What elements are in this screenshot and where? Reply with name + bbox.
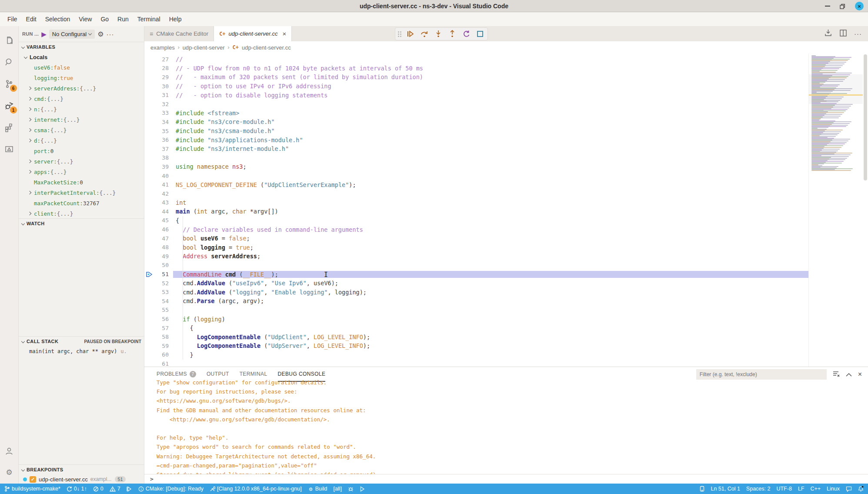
gutter[interactable]: 36 <box>144 137 173 143</box>
gutter[interactable]: 58 <box>144 334 173 340</box>
menu-run[interactable]: Run <box>114 14 133 24</box>
gutter[interactable]: 40 <box>144 173 173 179</box>
gutter[interactable]: 45 <box>144 217 173 224</box>
gutter[interactable]: 52 <box>144 280 173 287</box>
code-line[interactable]: 46 // Declare variables used in command-… <box>144 225 808 234</box>
code-line[interactable]: 43int <box>144 198 808 207</box>
statusbar-cursor-position[interactable]: Ln 51, Col 1 <box>711 486 740 492</box>
code-line[interactable]: 30// - option to use IPv4 or IPv6 addres… <box>144 82 808 91</box>
gutter[interactable]: 27 <box>144 56 173 63</box>
breakpoints-header[interactable]: BREAKPOINTS <box>19 465 144 474</box>
variable-row[interactable]: maxPacketCount: 32767 <box>19 198 144 208</box>
activity-search[interactable] <box>0 51 19 73</box>
start-debugging-icon[interactable]: ▶ <box>41 31 47 37</box>
gutter[interactable]: 30 <box>144 83 173 90</box>
statusbar-debug-target-button[interactable] <box>348 486 354 492</box>
gutter[interactable]: 48 <box>144 244 173 250</box>
statusbar-sync-changes[interactable]: 0↓ 1↑ <box>67 486 87 492</box>
code-line[interactable]: 51 CommandLine cmd (__FILE__); <box>144 270 808 279</box>
code-line[interactable]: 55 <box>144 306 808 315</box>
code-line[interactable]: 60 } <box>144 350 808 360</box>
statusbar-build-button[interactable]: ⚙Build <box>308 486 327 492</box>
menu-go[interactable]: Go <box>97 14 113 24</box>
breadcrumb-folder[interactable]: udp-client-server <box>183 44 225 51</box>
code-line[interactable]: 29// - maximum of 320 packets sent (or l… <box>144 73 808 82</box>
statusbar-indentation[interactable]: Spaces: 2 <box>746 486 771 492</box>
minimize-icon[interactable] <box>825 6 830 7</box>
gutter[interactable]: 32 <box>144 101 173 107</box>
stack-frame[interactable]: main(int argc, char ** argv) u. <box>19 346 144 357</box>
gutter[interactable]: 42 <box>144 190 173 197</box>
gutter[interactable]: 31 <box>144 92 173 98</box>
activity-source-control[interactable]: 6 <box>0 73 19 95</box>
code-line[interactable]: 36#include "ns3/applications-module.h" <box>144 135 808 144</box>
statusbar-encoding[interactable]: UTF-8 <box>776 486 791 492</box>
minimap[interactable] <box>808 53 863 367</box>
statusbar-language-mode[interactable]: C++ <box>810 486 821 492</box>
gutter[interactable]: 38 <box>144 154 173 161</box>
code-line[interactable]: 40 <box>144 171 808 180</box>
editor-scrollbar[interactable] <box>863 53 868 367</box>
close-panel-icon[interactable]: × <box>858 370 862 378</box>
gutter[interactable]: 37 <box>144 146 173 152</box>
gutter[interactable]: 51 <box>144 271 173 277</box>
statusbar-remote-indicator[interactable] <box>700 486 704 492</box>
gutter[interactable]: 46 <box>144 226 173 233</box>
gutter[interactable]: 59 <box>144 343 173 349</box>
tab-cmake-cache-editor[interactable]: ≡CMake Cache Editor <box>144 26 214 41</box>
gutter[interactable]: 35 <box>144 128 173 134</box>
activity-cmake-tools[interactable] <box>0 138 19 160</box>
code-line[interactable]: 56 if (logging) <box>144 314 808 324</box>
continue-icon[interactable] <box>406 29 415 39</box>
code-line[interactable]: 32 <box>144 100 808 109</box>
console-filter-input[interactable] <box>696 369 827 380</box>
code-line[interactable]: 45{ <box>144 216 808 225</box>
variable-row[interactable]: useV6: false <box>19 62 144 73</box>
code-line[interactable]: 42 <box>144 189 808 198</box>
call-stack-header[interactable]: CALL STACK PAUSED ON BREAKPOINT <box>19 337 144 346</box>
code-line[interactable]: 33#include <fstream> <box>144 109 808 118</box>
code-line[interactable]: 44main (int argc, char *argv[]) <box>144 207 808 216</box>
variable-row[interactable]: server: {...} <box>19 156 144 167</box>
breakpoint-checkbox[interactable]: ✓ <box>30 476 36 483</box>
close-tab-icon[interactable]: × <box>283 30 287 37</box>
stop-icon[interactable] <box>475 29 485 39</box>
gutter[interactable]: 53 <box>144 289 173 295</box>
statusbar-platform[interactable]: Linux <box>827 486 840 492</box>
code-line[interactable]: 49 Address serverAddress; <box>144 252 808 261</box>
more-actions-icon[interactable]: ··· <box>107 30 114 38</box>
gutter[interactable]: 57 <box>144 325 173 331</box>
step-into-icon[interactable] <box>434 29 443 39</box>
activity-explorer[interactable] <box>0 30 19 51</box>
restore-icon[interactable] <box>840 3 845 9</box>
statusbar-launch-target-button[interactable] <box>360 486 365 492</box>
gutter[interactable]: 33 <box>144 110 173 116</box>
breakpoint-item[interactable]: ✓ udp-client-server.cc exampl... 51 <box>19 474 144 484</box>
code-line[interactable]: 28// - UDP flow from n0 to n1 of 1024 by… <box>144 64 808 73</box>
menu-view[interactable]: View <box>75 14 96 24</box>
gutter[interactable]: 47 <box>144 235 173 242</box>
variable-row[interactable]: csma: {...} <box>19 125 144 135</box>
more-actions-icon[interactable]: ··· <box>854 30 862 37</box>
variable-row[interactable]: serverAddress: {...} <box>19 83 144 93</box>
statusbar-build-target[interactable]: [all] <box>333 486 341 492</box>
code-line[interactable]: 31// - option to disable logging stateme… <box>144 90 808 100</box>
gutter[interactable]: 29 <box>144 74 173 80</box>
activity-accounts[interactable] <box>0 440 19 462</box>
console-input-row[interactable]: > <box>144 474 868 484</box>
clear-console-icon[interactable] <box>833 371 840 378</box>
code-line[interactable]: 61 <box>144 359 808 367</box>
code-line[interactable]: 35#include "ns3/csma-module.h" <box>144 127 808 136</box>
breadcrumb-file[interactable]: udp-client-server.cc <box>242 44 291 51</box>
variable-row[interactable]: internet: {...} <box>19 114 144 125</box>
gutter[interactable]: 39 <box>144 164 173 170</box>
menu-help[interactable]: Help <box>165 14 186 24</box>
gutter[interactable]: 61 <box>144 360 173 367</box>
restart-icon[interactable] <box>461 29 471 39</box>
maximize-panel-icon[interactable] <box>846 371 852 378</box>
watch-header[interactable]: WATCH <box>19 219 144 228</box>
debug-current-line-icon[interactable] <box>144 271 154 277</box>
gear-icon[interactable]: ⚙ <box>97 30 103 38</box>
debug-console-output[interactable]: Type "show configuration" for configurat… <box>144 378 868 474</box>
gutter[interactable]: 54 <box>144 298 173 304</box>
